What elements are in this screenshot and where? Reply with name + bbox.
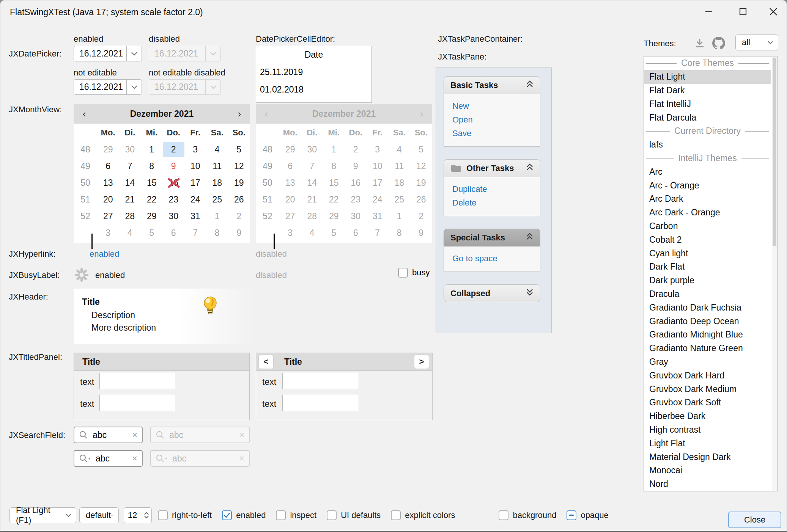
calendar-day-cell[interactable]: 14 bbox=[119, 175, 141, 190]
checkbox-right-to-left[interactable]: right-to-left bbox=[158, 510, 212, 520]
calendar-day-cell[interactable]: 7 bbox=[184, 225, 206, 240]
task-link[interactable]: Duplicate bbox=[452, 182, 540, 196]
checkbox-box[interactable] bbox=[276, 510, 286, 520]
theme-list-item[interactable]: Gruvbox Dark Hard bbox=[644, 369, 771, 382]
task-link[interactable]: Save bbox=[452, 127, 540, 140]
calendar-day-cell[interactable]: 7 bbox=[119, 159, 141, 174]
calendar-day-cell[interactable]: 13 bbox=[97, 175, 119, 190]
calendar-day-cell[interactable]: 17 bbox=[184, 175, 206, 190]
calendar-day-cell[interactable]: 9 bbox=[228, 225, 250, 240]
hyperlink-enabled[interactable]: enabled bbox=[90, 249, 119, 259]
search-input[interactable]: abc bbox=[91, 454, 132, 464]
calendar-day-cell[interactable]: 2 bbox=[228, 209, 250, 224]
font-size-value[interactable]: 12 bbox=[124, 508, 141, 523]
calendar-day-cell[interactable]: 30 bbox=[119, 142, 141, 157]
font-size-spinner[interactable]: 12 bbox=[124, 507, 152, 523]
title-bar[interactable]: FlatSwingXTest (Java 17; system scale fa… bbox=[0, 0, 787, 23]
theme-list-item[interactable]: Light Flat bbox=[644, 436, 771, 450]
clear-search-icon[interactable]: × bbox=[132, 453, 137, 464]
table-row[interactable]: 01.02.2018 bbox=[256, 81, 371, 98]
calendar-day-cell[interactable]: 3 bbox=[184, 142, 206, 157]
theme-list-item[interactable]: Material Design Dark bbox=[644, 450, 771, 464]
task-link[interactable]: Delete bbox=[452, 196, 540, 210]
checkbox-box[interactable] bbox=[567, 510, 576, 520]
theme-list-item[interactable]: Hiberbee Dark bbox=[644, 410, 771, 423]
calendar-day-cell[interactable]: 16 bbox=[163, 175, 185, 190]
theme-list-item[interactable]: Flat IntelliJ bbox=[644, 97, 771, 111]
calendar-day-cell[interactable]: 4 bbox=[206, 142, 228, 157]
theme-list-item[interactable]: Dracula bbox=[644, 287, 771, 301]
titled-panel-text-input[interactable] bbox=[99, 395, 175, 411]
titled-panel-text-input[interactable] bbox=[282, 373, 358, 389]
calendar-day-cell[interactable]: 23 bbox=[163, 192, 185, 207]
theme-list-item[interactable]: High contrast bbox=[644, 423, 771, 437]
close-button[interactable]: Close bbox=[728, 512, 781, 528]
calendar-day-cell[interactable]: 11 bbox=[206, 159, 228, 174]
table-row[interactable]: 25.11.2019 bbox=[256, 63, 371, 81]
datepicker-enabled-dropdown-button[interactable] bbox=[126, 46, 142, 61]
calendar-day-cell[interactable]: 26 bbox=[228, 192, 250, 207]
taskpane-header[interactable]: Special Tasks bbox=[444, 229, 540, 246]
busy-checkbox[interactable] bbox=[398, 268, 408, 278]
theme-list-item[interactable]: Flat Light bbox=[644, 70, 771, 84]
calendar-day-cell[interactable]: 15 bbox=[141, 175, 163, 190]
github-button[interactable] bbox=[712, 37, 725, 51]
taskpane-header[interactable]: Collapsed bbox=[444, 284, 540, 302]
calendar-day-cell[interactable]: 10 bbox=[184, 159, 206, 174]
calendar-day-cell[interactable]: 21 bbox=[119, 192, 141, 207]
busy-checkbox-group[interactable]: busy bbox=[398, 268, 430, 278]
datepicker-enabled[interactable]: 16.12.2021 bbox=[74, 46, 142, 61]
calendar-day-cell[interactable]: 19 bbox=[228, 175, 250, 190]
theme-list-item[interactable]: Gruvbox Dark Medium bbox=[644, 382, 771, 396]
taskpane-header[interactable]: Basic Tasks bbox=[444, 76, 540, 94]
calendar-day-cell[interactable]: 24 bbox=[184, 192, 206, 207]
themes-filter-combo[interactable]: all bbox=[735, 35, 778, 50]
titled-panel-prev-button[interactable]: < bbox=[258, 355, 274, 369]
titled-panel-next-button[interactable]: > bbox=[414, 355, 429, 369]
calendar-day-cell[interactable]: 2 bbox=[163, 142, 185, 157]
checkbox-box[interactable] bbox=[222, 510, 232, 520]
checkbox-inspect[interactable]: inspect bbox=[276, 510, 316, 520]
theme-list-item[interactable]: Arc Dark bbox=[644, 192, 771, 206]
checkbox-box[interactable] bbox=[391, 510, 401, 520]
size-variant-combo[interactable]: default bbox=[79, 507, 119, 523]
theme-list-item[interactable]: Cobalt 2 bbox=[644, 233, 771, 246]
search-field-with-menu-enabled[interactable]: abc × bbox=[74, 450, 143, 467]
calendar-day-cell[interactable]: 22 bbox=[141, 192, 163, 207]
checkbox-background[interactable]: background bbox=[499, 510, 556, 520]
checkbox-enabled[interactable]: enabled bbox=[222, 510, 266, 520]
theme-list-item[interactable]: Flat Dark bbox=[644, 84, 771, 97]
checkbox-box[interactable] bbox=[499, 510, 508, 520]
calendar-day-cell[interactable]: 31 bbox=[184, 209, 206, 224]
table-column-header[interactable]: Date bbox=[256, 46, 371, 63]
calendar-day-cell[interactable]: 5 bbox=[141, 225, 163, 240]
calendar-day-cell[interactable]: 6 bbox=[163, 225, 185, 240]
calendar-day-cell[interactable]: 29 bbox=[141, 209, 163, 224]
theme-list-item[interactable]: Nord bbox=[644, 477, 771, 491]
calendar-day-cell[interactable]: 3 bbox=[97, 225, 119, 240]
calendar-day-cell[interactable]: 28 bbox=[119, 209, 141, 224]
laf-combo[interactable]: Flat Light (F1) bbox=[9, 507, 76, 523]
theme-list-item[interactable]: Cyan light bbox=[644, 246, 771, 260]
scrollbar-thumb[interactable] bbox=[773, 58, 776, 246]
calendar-day-cell[interactable]: 12 bbox=[228, 159, 250, 174]
maximize-button[interactable] bbox=[731, 3, 755, 20]
datepicker-enabled-value[interactable]: 16.12.2021 bbox=[74, 49, 126, 59]
close-window-button[interactable] bbox=[762, 3, 785, 20]
scrollbar-track[interactable] bbox=[772, 57, 777, 491]
theme-list-item[interactable]: Gradianto Deep Ocean bbox=[644, 314, 771, 328]
datepicker-not-editable[interactable]: 16.12.2021 bbox=[74, 79, 142, 95]
calendar-day-cell[interactable]: 1 bbox=[141, 142, 163, 157]
clear-search-icon[interactable]: × bbox=[132, 430, 137, 440]
theme-list-item[interactable]: Monocai bbox=[644, 464, 771, 477]
theme-list-item[interactable]: Arc Dark - Orange bbox=[644, 206, 771, 220]
theme-list-item[interactable]: Gradianto Nature Green bbox=[644, 342, 771, 355]
task-link[interactable]: Open bbox=[452, 113, 540, 127]
calendar-day-cell[interactable]: 30 bbox=[163, 209, 185, 224]
minimize-button[interactable] bbox=[697, 3, 721, 20]
checkbox-box[interactable] bbox=[158, 510, 168, 520]
titled-panel-text-input[interactable] bbox=[99, 373, 175, 389]
datepicker-not-editable-dropdown-button[interactable] bbox=[126, 80, 142, 94]
search-field-enabled[interactable]: abc × bbox=[74, 427, 143, 443]
search-menu-icon[interactable] bbox=[79, 454, 91, 463]
